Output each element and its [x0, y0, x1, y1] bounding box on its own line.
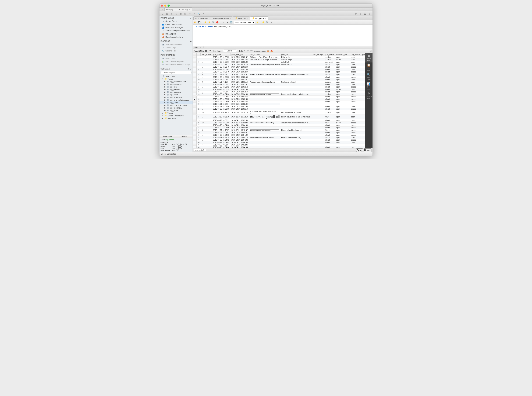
table-row[interactable]: 1312016-04-29 18:03:522016-04-29 18:03:5… [193, 86, 365, 88]
result-grid-tab[interactable]: ▦ResultGrid [365, 53, 373, 63]
invisible-chars-icon[interactable]: ¶ [270, 21, 273, 24]
table-item[interactable]: ▶▦wp_options [159, 88, 192, 91]
zoom-stepper-icon[interactable]: ⇳ [200, 47, 201, 48]
revert-button[interactable]: Revert [364, 148, 371, 152]
table-row[interactable]: 3572016-02-28 07:01:042016-02-28 07:01:0… [193, 144, 365, 146]
table-row[interactable]: 512016-04-29 18:03:482016-04-29 18:03:48… [193, 66, 365, 68]
table-row[interactable]: 3612016-04-29 18:04:042016-04-29 18:04:0… [193, 146, 365, 148]
column-header[interactable]: post_content [249, 53, 280, 56]
minimize-window-button[interactable] [164, 5, 166, 7]
table-row[interactable]: 612016-04-29 18:03:492016-04-29 18:03:49… [193, 68, 365, 71]
sidebar-item[interactable]: 📊Performance Reports [159, 60, 192, 63]
row-limit-select[interactable]: Limit to 1000 rows [234, 21, 255, 24]
home-icon[interactable]: ⌂ [161, 7, 164, 11]
add-schema-icon[interactable]: 🗄 [174, 12, 178, 16]
table-row[interactable]: 212016-04-29 18:02:522016-04-29 18:02:52… [193, 58, 365, 61]
add-table-icon[interactable]: ▦ [179, 12, 183, 16]
table-item[interactable]: ▶▦wp_term_relationships [159, 99, 192, 101]
column-header[interactable]: post_ [361, 53, 365, 56]
table-item[interactable]: ▶▦wp_comments [159, 83, 192, 85]
column-header[interactable]: ping_status [350, 53, 361, 56]
table-row[interactable]: 412016-06-05 22:19:232016-06-05 22:19:23… [193, 63, 365, 66]
expand-icon[interactable]: ⤢ [190, 68, 192, 70]
column-header[interactable]: post_status [324, 53, 335, 56]
sidebar-item[interactable]: 📥Data Import/Restore [159, 35, 192, 39]
reconnect-icon[interactable]: ⟲ [201, 12, 205, 16]
sidebar-item[interactable]: 📤Data Export [159, 32, 192, 35]
close-icon[interactable]: × [265, 17, 266, 19]
column-header[interactable]: post_date_gmt [230, 53, 249, 56]
table-row[interactable]: 2932016-12-21 10:12:572016-12-21 10:12:5… [193, 129, 365, 131]
object-info-tab[interactable]: Object Info [159, 135, 176, 138]
table-row[interactable]: 1212016-04-29 18:03:512016-04-29 18:03:5… [193, 83, 365, 86]
editor-tab-admin[interactable]: ⟳Administration - Data Import/Restore× [193, 17, 233, 20]
table-item[interactable]: ▶▦wp_usermeta [159, 106, 192, 109]
column-header[interactable]: comment_stat... [335, 53, 350, 56]
commit-icon[interactable]: ✔ [222, 21, 225, 24]
table-row[interactable]: 852016-12-11 09:34:312016-12-11 09:34:31… [193, 73, 365, 76]
explain-icon[interactable]: 🔍 [212, 21, 215, 24]
table-row[interactable]: 1182016-01-31 04:13:542016-01-31 04:13:5… [193, 81, 365, 83]
schema-tree[interactable]: ▼🛢wordpress ▼📁Tables ▶▦wp_commentmeta▶▦w… [159, 75, 192, 135]
result-bottom-tab[interactable]: wp_posts 1 [194, 149, 206, 151]
fn-node[interactable]: Functions [168, 117, 176, 119]
table-row[interactable]: 1712016-04-29 18:03:542016-04-29 18:03:5… [193, 96, 365, 98]
table-row[interactable]: 1412016-04-29 18:03:532016-04-29 18:03:5… [193, 88, 365, 91]
schema-name[interactable]: wordpress [166, 75, 175, 77]
table-row[interactable]: 3012016-04-29 18:04:012016-04-29 18:04:0… [193, 131, 365, 134]
sidebar-item[interactable]: ≡Status and System Variables [159, 29, 192, 32]
column-header[interactable]: post_title [280, 53, 312, 56]
open-sql-file-icon[interactable]: 🗁 [165, 12, 169, 16]
table-row[interactable]: 2212016-04-29 18:03:582016-04-29 18:03:5… [193, 108, 365, 110]
table-row[interactable]: 712016-04-29 18:03:492016-04-29 18:03:49… [193, 71, 365, 73]
table-row[interactable]: ▶1812016-04-29 18:03:552016-04-29 18:03:… [193, 98, 365, 100]
beautify-icon[interactable]: ✨ [262, 21, 265, 24]
query-stats-tab[interactable]: 📊QueryStats [365, 82, 373, 91]
column-header[interactable]: post_date [212, 53, 230, 56]
sidebar-item[interactable]: ◉Dashboard [159, 57, 192, 60]
settings-icon[interactable]: ◉ [354, 12, 358, 16]
execution-plan-tab[interactable]: ⚙ExecutionPlan [365, 91, 373, 100]
table-row[interactable]: 2412016-12-18 19:31:102016-12-18 19:31:1… [193, 115, 365, 119]
filter-objects-input[interactable] [161, 71, 192, 74]
tables-node[interactable]: Tables [168, 78, 173, 80]
table-row[interactable]: 3272016-09-19 03:44:152016-09-19 03:44:1… [193, 136, 365, 139]
inspector-icon[interactable]: 🛢 [170, 12, 174, 16]
sidebar-item[interactable]: ●Server Status [159, 20, 192, 23]
sidebar-item[interactable]: ▣Startup / Shutdown [159, 43, 192, 46]
collapse-icon[interactable]: ⤢ [190, 17, 192, 19]
execute-cursor-icon[interactable]: ⚡ [208, 21, 211, 24]
search-icon[interactable]: 🔍 [197, 12, 201, 16]
edit-icon[interactable]: ✏ [244, 50, 246, 52]
table-row[interactable]: 1912016-04-29 18:03:562016-04-29 18:03:5… [193, 100, 365, 103]
editor-tab-wpposts[interactable]: ⚡wp_posts× [250, 17, 268, 20]
sidebar-item[interactable]: 👥Client Connections [159, 23, 192, 26]
close-icon[interactable]: × [230, 17, 231, 19]
panel-bottom-icon[interactable]: ⬓ [363, 12, 367, 16]
table-item[interactable]: ▶▦wp_terms [159, 101, 192, 104]
close-icon[interactable]: × [189, 8, 190, 11]
table-row[interactable]: 3412016-04-29 18:04:032016-04-29 18:04:0… [193, 141, 365, 144]
table-row[interactable]: 312016-04-29 18:03:010000-00-00 00:00:00… [193, 61, 365, 63]
panel-right-icon[interactable]: ◨ [368, 12, 371, 16]
table-row[interactable]: 2812016-04-29 18:04:002016-04-29 18:04:0… [193, 127, 365, 129]
sidebar-item[interactable]: 🔧Options File [159, 49, 192, 52]
sidebar-item[interactable]: 👤Users and Privileges [159, 26, 192, 29]
table-row[interactable]: 1672016-03-05 00:34:362016-03-05 00:34:3… [193, 93, 365, 96]
import-icon[interactable]: 📥 [270, 50, 273, 52]
table-row[interactable]: 3112016-04-29 18:04:022016-04-29 18:04:0… [193, 134, 365, 136]
field-types-tab[interactable]: 🔍FieldTypes [365, 72, 373, 82]
zoom-window-button[interactable] [168, 5, 170, 7]
find-icon[interactable]: 🔍 [266, 21, 269, 24]
form-editor-tab[interactable]: 📋FormEditor [365, 63, 373, 72]
sql-editor[interactable]: 1 ● SELECT * FROM wordpress.wp_posts; [193, 25, 373, 46]
table-row[interactable]: 2112016-04-29 18:03:562016-04-29 18:03:5… [193, 105, 365, 108]
table-row[interactable]: 2512016-04-29 18:03:592016-04-29 18:03:5… [193, 119, 365, 122]
column-header[interactable]: post_excerpt [312, 53, 324, 56]
sidebar-item[interactable]: ⚠Server Logs [159, 46, 192, 49]
refresh-icon[interactable]: ⟳ [188, 68, 190, 70]
grid-icon[interactable]: ▦ [205, 50, 207, 52]
table-row[interactable]: 112016-04-29 18:02:522016-04-29 18:02:52… [193, 56, 365, 58]
table-row[interactable]: 3312016-04-29 18:04:022016-04-29 18:04:0… [193, 139, 365, 141]
table-row[interactable]: 1512016-04-29 18:03:532016-04-29 18:03:5… [193, 91, 365, 93]
